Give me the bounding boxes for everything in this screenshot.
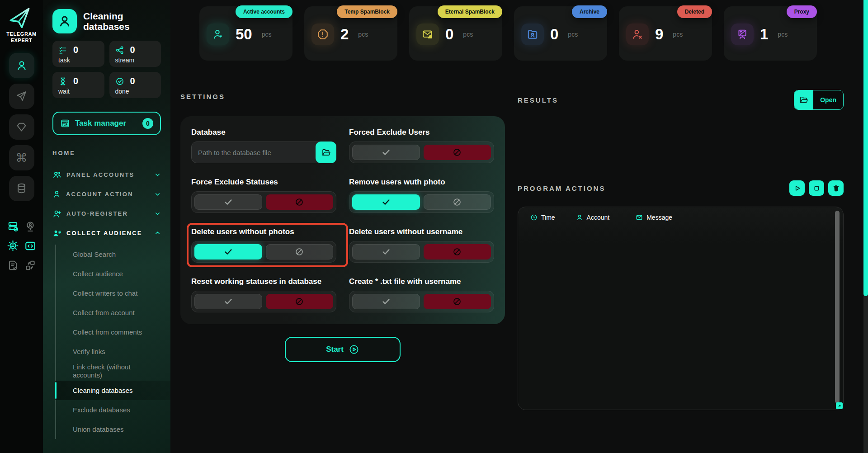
sidebar-item-label: ACCOUNT ACTION <box>66 191 133 198</box>
settings-section: SETTINGS Database <box>180 93 505 362</box>
setting-reset-working-statuses: Reset working statuses in database <box>191 277 336 312</box>
setting-label: Remove users wuth photo <box>349 178 494 187</box>
toggle-force-exclude-statuses <box>191 191 336 213</box>
counter-wait: 0 wait <box>52 72 104 98</box>
doc-check-button[interactable] <box>7 259 19 272</box>
setting-delete-users-without-photos: Delete users without photos <box>191 227 336 263</box>
settings-section-label: SETTINGS <box>180 93 505 100</box>
status-badge: Proxy <box>787 5 817 18</box>
program-actions-section-label: PROGRAM ACTIONS <box>518 184 605 192</box>
browse-folder-button[interactable] <box>316 142 336 163</box>
submenu-collect-writers[interactable]: Collect writers to chat <box>73 283 161 303</box>
submenu-cleaning-databases[interactable]: Cleaning databases <box>55 381 170 400</box>
sidebar-item-collect-audience[interactable]: COLLECT AUDIENCE <box>52 223 161 243</box>
toggle-no-button[interactable] <box>266 294 334 309</box>
task-manager-button[interactable]: Task manager 0 <box>52 112 161 135</box>
toggle-yes-button[interactable] <box>194 294 262 309</box>
toggle-no-button[interactable] <box>266 244 334 260</box>
folder-icon <box>794 90 813 110</box>
rail-nav: ⌘ <box>9 53 34 201</box>
check-icon <box>223 197 233 207</box>
clear-log-button[interactable] <box>828 180 844 196</box>
toggle-delete-users-without-username <box>349 241 494 263</box>
code-window-button[interactable] <box>24 240 37 252</box>
user-heart-icon <box>207 24 229 45</box>
slash-circle-icon <box>294 247 304 257</box>
user-plus-icon <box>52 209 61 218</box>
swap-icon <box>24 260 36 271</box>
start-button[interactable]: Start <box>285 337 401 362</box>
status-value: 50 <box>236 26 252 43</box>
counter-stream: 0 stream <box>109 41 161 67</box>
rail-send-button[interactable] <box>9 84 34 109</box>
program-actions-table: Time Account Message <box>518 207 844 410</box>
counter-label: stream <box>115 57 156 64</box>
paper-plane-logo-icon <box>6 5 33 29</box>
toggle-no-button[interactable] <box>424 194 491 210</box>
database-path-input[interactable] <box>191 142 336 163</box>
toggle-no-button[interactable] <box>424 145 491 160</box>
sidebar-item-account-action[interactable]: ACCOUNT ACTION <box>52 184 161 204</box>
column-message[interactable]: Message <box>636 214 672 221</box>
toggle-delete-users-without-photos <box>191 241 336 263</box>
swap-button[interactable] <box>24 259 37 272</box>
table-resize-handle[interactable] <box>836 402 843 409</box>
toggle-yes-button[interactable] <box>352 294 420 309</box>
table-scrollbar[interactable] <box>835 211 840 403</box>
submenu-link-check[interactable]: Link check (without accounts) <box>73 361 161 381</box>
toggle-yes-button[interactable] <box>194 194 262 210</box>
toggle-no-button[interactable] <box>424 294 491 309</box>
submenu-collect-from-account[interactable]: Collect from account <box>73 303 161 322</box>
person-cam-icon <box>24 221 36 232</box>
toggle-yes-button[interactable] <box>352 244 420 260</box>
slash-circle-icon <box>294 297 304 307</box>
sidebar-item-home[interactable]: HOME <box>52 146 161 160</box>
column-time[interactable]: Time <box>530 214 555 221</box>
submenu-exclude-databases[interactable]: Exclude databases <box>73 400 161 420</box>
sidebar-item-label: PANEL ACCOUNTS <box>66 171 134 178</box>
diamond-icon <box>16 121 27 132</box>
checklist-icon <box>58 46 67 55</box>
rail-database-button[interactable] <box>9 176 34 201</box>
toggle-no-button[interactable] <box>266 194 334 210</box>
chevron-up-icon <box>154 230 161 236</box>
page-scrollbar[interactable] <box>863 0 868 453</box>
submenu-verify-links[interactable]: Verify links <box>73 342 161 361</box>
icon-rail: TELEGRAM EXPERT ⌘ <box>0 0 43 453</box>
app-window: TELEGRAM EXPERT ⌘ <box>0 0 868 453</box>
toggle-no-button[interactable] <box>424 244 491 260</box>
sidebar-item-auto-register[interactable]: AUTO-REGISTER <box>52 204 161 223</box>
rail-command-button[interactable]: ⌘ <box>9 145 34 170</box>
page-scrollbar-thumb[interactable] <box>863 0 868 296</box>
rail-accounts-button[interactable] <box>9 53 34 78</box>
task-manager-badge: 0 <box>142 118 153 129</box>
person-cam-button[interactable] <box>24 220 37 233</box>
status-value: 1 <box>760 26 768 43</box>
status-card-proxy: Proxy 1pcs <box>724 6 817 61</box>
open-results-button[interactable]: Open <box>794 90 844 110</box>
counter-value: 0 <box>130 45 135 55</box>
mail-alert-icon <box>416 24 439 45</box>
stop-button[interactable] <box>809 180 824 196</box>
counter-value: 0 <box>73 76 78 86</box>
column-account[interactable]: Account <box>576 214 610 221</box>
run-button[interactable] <box>789 180 805 196</box>
user-icon <box>52 190 61 198</box>
sidebar-item-panel-accounts[interactable]: PANEL ACCOUNTS <box>52 165 161 184</box>
check-icon <box>223 247 233 257</box>
settings-gear-button[interactable] <box>7 240 19 252</box>
user-icon <box>58 14 71 28</box>
proxy-server-icon <box>731 24 754 45</box>
rail-premium-button[interactable] <box>9 114 34 140</box>
setting-label: Database <box>191 128 336 137</box>
toggle-yes-button[interactable] <box>352 194 420 210</box>
toggle-yes-button[interactable] <box>194 244 262 260</box>
submenu-union-databases[interactable]: Union databases <box>73 420 161 439</box>
submenu-collect-from-comments[interactable]: Collect from comments <box>73 322 161 342</box>
status-unit: pcs <box>778 31 788 38</box>
server-check-button[interactable] <box>7 220 19 233</box>
submenu-global-search[interactable]: Global Search <box>73 245 161 264</box>
submenu-collect-audience[interactable]: Collect audience <box>73 264 161 283</box>
toggle-yes-button[interactable] <box>352 145 420 160</box>
share-nodes-icon <box>115 46 124 55</box>
